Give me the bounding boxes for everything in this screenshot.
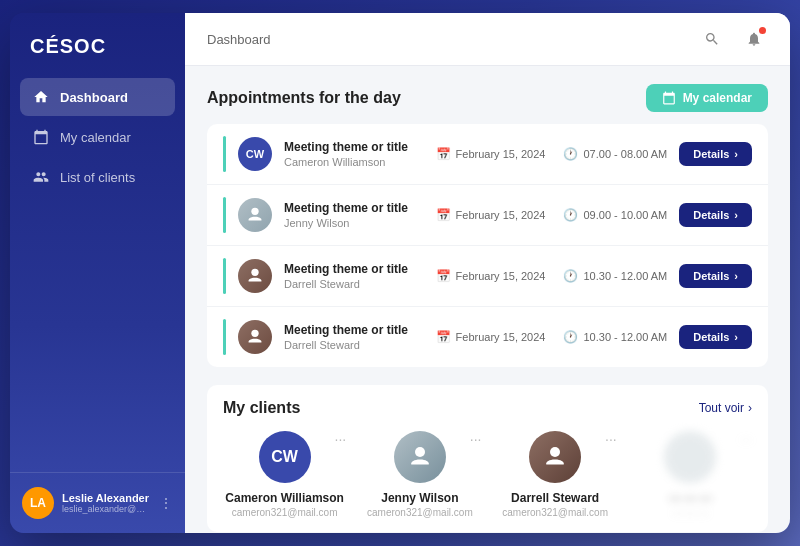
clock-icon: 🕐 (563, 269, 578, 283)
home-icon (32, 88, 50, 106)
calendar-small-icon: 📅 (436, 330, 451, 344)
calendar-small-icon: 📅 (436, 147, 451, 161)
sidebar: CÉSOC Dashboard My calendar (10, 13, 185, 533)
svg-point-0 (251, 208, 258, 215)
svg-point-4 (550, 447, 560, 457)
appt-avatar (238, 259, 272, 293)
appt-time: 🕐 10.30 - 12.00 AM (563, 330, 667, 344)
appt-indicator (223, 258, 226, 294)
appt-time: 🕐 07.00 - 08.00 AM (563, 147, 667, 161)
appt-info: Meeting theme or title Darrell Steward (284, 323, 424, 351)
appt-client-name: Jenny Wilson (284, 217, 424, 229)
appt-time: 🕐 09.00 - 10.00 AM (563, 208, 667, 222)
sidebar-item-calendar[interactable]: My calendar (20, 118, 175, 156)
appt-meta: 📅 February 15, 2024 🕐 07.00 - 08.00 AM (436, 147, 668, 161)
appointment-row: CW Meeting theme or title Cameron Willia… (207, 124, 768, 185)
sidebar-item-dashboard[interactable]: Dashboard (20, 78, 175, 116)
appointments-header: Appointments for the day My calendar (207, 84, 768, 112)
appointment-row: Meeting theme or title Darrell Steward 📅… (207, 307, 768, 367)
details-button[interactable]: Details › (679, 203, 752, 227)
topbar-icons (698, 25, 768, 53)
appt-info: Meeting theme or title Cameron Williamso… (284, 140, 424, 168)
svg-point-1 (251, 269, 258, 276)
clock-icon: 🕐 (563, 330, 578, 344)
client-card-blurred: ··· — — — — — — (629, 431, 752, 518)
clients-header: My clients Tout voir › (223, 399, 752, 417)
client-avatar (394, 431, 446, 483)
app-logo: CÉSOC (10, 13, 185, 78)
app-container: CÉSOC Dashboard My calendar (10, 13, 790, 533)
appt-indicator (223, 136, 226, 172)
appt-info: Meeting theme or title Darrell Steward (284, 262, 424, 290)
details-button[interactable]: Details › (679, 264, 752, 288)
client-name: Jenny Wilson (381, 491, 458, 505)
clients-title: My clients (223, 399, 300, 417)
appt-meta: 📅 February 15, 2024 🕐 10.30 - 12.00 AM (436, 269, 668, 283)
appt-client-name: Cameron Williamson (284, 156, 424, 168)
client-avatar: CW (259, 431, 311, 483)
appt-date: 📅 February 15, 2024 (436, 330, 546, 344)
clients-section: My clients Tout voir › ··· CW Cameron Wi… (207, 385, 768, 532)
appt-avatar (238, 198, 272, 232)
user-menu-icon[interactable]: ⋮ (159, 495, 173, 511)
calendar-small-icon: 📅 (436, 269, 451, 283)
appt-date: 📅 February 15, 2024 (436, 208, 546, 222)
client-name: Cameron Williamson (225, 491, 344, 505)
calendar-small-icon: 📅 (436, 208, 451, 222)
users-icon (32, 168, 50, 186)
appt-indicator (223, 197, 226, 233)
client-card-menu[interactable]: ··· (470, 431, 482, 447)
client-card: ··· Darrell Steward cameron321@mail.com (494, 431, 617, 518)
search-button[interactable] (698, 25, 726, 53)
appt-client-name: Darrell Steward (284, 278, 424, 290)
my-calendar-button[interactable]: My calendar (646, 84, 768, 112)
content-area: Appointments for the day My calendar CW (185, 66, 790, 533)
sidebar-item-clients-label: List of clients (60, 170, 135, 185)
appt-title: Meeting theme or title (284, 201, 424, 215)
client-card: ··· Jenny Wilson cameron321@mail.com (358, 431, 481, 518)
main-content: Dashboard Appointme (185, 13, 790, 533)
notification-dot (759, 27, 766, 34)
appointments-title: Appointments for the day (207, 89, 401, 107)
client-email: cameron321@mail.com (232, 507, 338, 518)
notifications-button[interactable] (740, 25, 768, 53)
client-avatar (529, 431, 581, 483)
client-card: ··· CW Cameron Williamson cameron321@mai… (223, 431, 346, 518)
appointments-section: Appointments for the day My calendar CW (207, 84, 768, 367)
clock-icon: 🕐 (563, 208, 578, 222)
sidebar-nav: Dashboard My calendar List of clients (10, 78, 185, 472)
user-email: leslie_alexander@mail.com (62, 504, 151, 514)
details-button[interactable]: Details › (679, 325, 752, 349)
details-button[interactable]: Details › (679, 142, 752, 166)
client-name-blurred: — — — (669, 491, 712, 505)
appt-meta: 📅 February 15, 2024 🕐 10.30 - 12.00 AM (436, 330, 668, 344)
client-email: cameron321@mail.com (367, 507, 473, 518)
topbar-title: Dashboard (207, 32, 271, 47)
client-name: Darrell Steward (511, 491, 599, 505)
my-calendar-label: My calendar (683, 91, 752, 105)
appt-client-name: Darrell Steward (284, 339, 424, 351)
client-card-menu[interactable]: ··· (335, 431, 347, 447)
appt-meta: 📅 February 15, 2024 🕐 09.00 - 10.00 AM (436, 208, 668, 222)
appt-indicator (223, 319, 226, 355)
user-avatar: LA (22, 487, 54, 519)
sidebar-item-dashboard-label: Dashboard (60, 90, 128, 105)
client-email-blurred: — — — (673, 507, 709, 518)
client-avatar-blurred (664, 431, 716, 483)
appt-title: Meeting theme or title (284, 323, 424, 337)
appointment-row: Meeting theme or title Darrell Steward 📅… (207, 246, 768, 307)
sidebar-footer: LA Leslie Alexander leslie_alexander@mai… (10, 472, 185, 533)
clients-grid: ··· CW Cameron Williamson cameron321@mai… (223, 431, 752, 518)
sidebar-item-calendar-label: My calendar (60, 130, 131, 145)
appt-time: 🕐 10.30 - 12.00 AM (563, 269, 667, 283)
appt-avatar: CW (238, 137, 272, 171)
svg-point-3 (415, 447, 425, 457)
topbar: Dashboard (185, 13, 790, 66)
tout-voir-button[interactable]: Tout voir › (699, 401, 752, 415)
client-card-menu[interactable]: ··· (605, 431, 617, 447)
appt-title: Meeting theme or title (284, 262, 424, 276)
sidebar-item-clients[interactable]: List of clients (20, 158, 175, 196)
clock-icon: 🕐 (563, 147, 578, 161)
appt-date: 📅 February 15, 2024 (436, 269, 546, 283)
appt-date: 📅 February 15, 2024 (436, 147, 546, 161)
